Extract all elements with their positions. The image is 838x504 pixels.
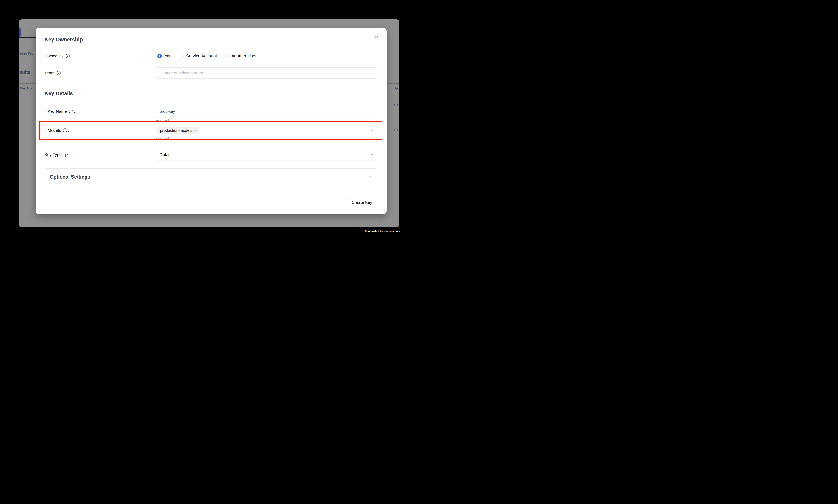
create-key-button[interactable]: Create Key bbox=[346, 198, 378, 207]
radio-option-service-account[interactable]: Service Account bbox=[179, 53, 217, 58]
chevron-down-icon[interactable] bbox=[370, 129, 374, 132]
divider bbox=[19, 58, 36, 58]
table-header-key-alias: Key Alia bbox=[20, 87, 32, 90]
key-type-label-text: Key Type bbox=[44, 152, 61, 157]
radio-selected-icon[interactable] bbox=[157, 54, 162, 58]
model-tag-text: production-models bbox=[160, 128, 192, 133]
info-icon bbox=[57, 71, 60, 75]
key-type-value: Default bbox=[160, 152, 173, 157]
radio-label: Service Account bbox=[186, 53, 217, 58]
partial-blue-button[interactable] bbox=[19, 28, 20, 37]
models-label-text: Models bbox=[48, 128, 61, 133]
radio-option-you[interactable]: You bbox=[157, 53, 172, 58]
radio-option-another-user[interactable]: Another User bbox=[224, 53, 257, 58]
optional-settings-panel[interactable]: Optional Settings bbox=[44, 168, 378, 185]
radio-unselected-icon[interactable] bbox=[179, 54, 183, 58]
owned-by-label-text: Owned By bbox=[44, 54, 64, 58]
team-search-input[interactable] bbox=[156, 71, 378, 75]
label-colon: : bbox=[74, 109, 75, 114]
key-details-section-title: Key Details bbox=[44, 91, 73, 97]
key-type-select[interactable]: Default bbox=[155, 149, 378, 160]
close-icon[interactable]: ✕ bbox=[374, 35, 379, 40]
info-icon bbox=[66, 54, 70, 58]
modal-title: Key Ownership bbox=[44, 37, 83, 43]
label-colon: : bbox=[61, 71, 63, 75]
radio-label: Another User bbox=[231, 53, 257, 58]
results-count-partial: sults bbox=[20, 70, 30, 75]
label-colon: : bbox=[70, 54, 72, 58]
selected-model-tag: production-models ✕ bbox=[157, 127, 199, 134]
table-row-cell: 11/ bbox=[393, 128, 398, 132]
tag-remove-icon[interactable]: ✕ bbox=[194, 129, 197, 132]
team-select[interactable] bbox=[155, 67, 378, 79]
owned-by-radio-group: You Service Account Another User bbox=[155, 53, 378, 59]
screenshot-canvas: eset Filt sults Key Alia Up - 11/ - 11/ … bbox=[0, 0, 419, 252]
key-type-label: Key Type : bbox=[44, 151, 70, 158]
models-required-text: required bbox=[155, 137, 169, 141]
chevron-down-icon[interactable] bbox=[370, 153, 374, 156]
label-colon: : bbox=[69, 152, 70, 157]
radio-label: You bbox=[164, 53, 172, 58]
models-label: * Models : bbox=[44, 127, 69, 134]
key-name-label-text: Key Name bbox=[48, 109, 67, 114]
models-select[interactable]: production-models ✕ bbox=[155, 125, 378, 136]
table-row-cell: - bbox=[20, 104, 22, 108]
reset-filters-partial-button[interactable]: eset Filt bbox=[20, 51, 33, 56]
key-name-field[interactable] bbox=[155, 106, 378, 117]
divider bbox=[19, 48, 36, 49]
team-label: Team : bbox=[44, 70, 63, 76]
info-icon bbox=[63, 128, 67, 132]
chevron-down-icon[interactable] bbox=[368, 175, 372, 179]
team-label-text: Team bbox=[44, 71, 54, 75]
label-colon: : bbox=[68, 128, 69, 133]
watermark-text: Screenshot by Xnapper.com bbox=[365, 230, 400, 233]
radio-unselected-icon[interactable] bbox=[224, 54, 229, 58]
table-header-updated: Up bbox=[394, 87, 398, 90]
create-key-modal: Key Ownership ✕ Owned By : You Service A… bbox=[36, 28, 387, 214]
key-name-label: * Key Name : bbox=[44, 108, 75, 115]
optional-settings-label: Optional Settings bbox=[50, 174, 90, 180]
partial-dark-element bbox=[19, 37, 36, 38]
key-name-input[interactable] bbox=[156, 109, 378, 114]
table-row-cell: 11/ bbox=[393, 103, 398, 107]
info-icon bbox=[69, 109, 73, 113]
required-asterisk: * bbox=[44, 128, 46, 133]
owned-by-label: Owned By : bbox=[44, 53, 72, 59]
info-icon bbox=[64, 152, 68, 157]
chevron-down-icon[interactable] bbox=[370, 71, 374, 75]
required-asterisk: * bbox=[44, 109, 46, 114]
key-name-required-text: required bbox=[155, 118, 169, 123]
table-row-cell: - bbox=[20, 129, 22, 132]
